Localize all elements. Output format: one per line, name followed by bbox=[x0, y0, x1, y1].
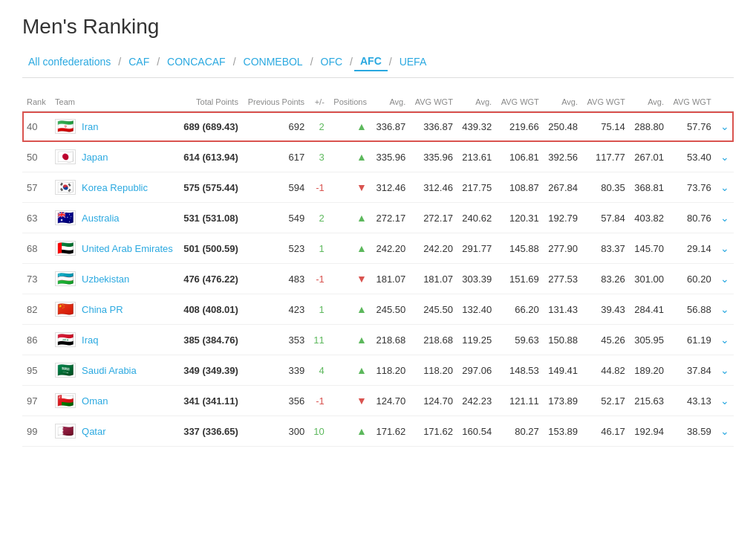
table-row: 82 🇨🇳 China PR 408 (408.01) 423 1 ▲ 245.… bbox=[22, 294, 734, 325]
table-row: 73 🇺🇿 Uzbekistan 476 (476.22) 483 -1 ▼ 1… bbox=[22, 264, 734, 294]
prev-points-cell: 483 bbox=[243, 264, 309, 294]
nav-all-confederations[interactable]: All confederations bbox=[22, 53, 117, 71]
team-cell: 🇨🇳 China PR bbox=[50, 294, 178, 325]
avgwgt2-cell: 108.87 bbox=[496, 172, 544, 203]
rank-cell: 68 bbox=[22, 233, 50, 264]
trend-up-icon: ▲ bbox=[356, 334, 367, 346]
team-cell: 🇯🇵 Japan bbox=[50, 142, 178, 172]
expand-cell[interactable]: ⌄ bbox=[716, 172, 734, 203]
expand-cell[interactable]: ⌄ bbox=[716, 203, 734, 233]
flag-icon: 🇸🇦 bbox=[55, 363, 76, 378]
chevron-down-icon[interactable]: ⌄ bbox=[720, 120, 729, 132]
expand-cell[interactable]: ⌄ bbox=[716, 233, 734, 264]
nav-ofc[interactable]: OFC bbox=[315, 53, 349, 71]
total-points-cell: 575 (575.44) bbox=[178, 172, 243, 203]
team-name-link[interactable]: United Arab Emirates bbox=[82, 243, 173, 254]
prev-points-cell: 594 bbox=[243, 172, 309, 203]
avgwgt3-cell: 75.14 bbox=[582, 111, 630, 142]
nav-concacaf[interactable]: CONCACAF bbox=[161, 53, 232, 71]
avgwgt4-cell: 38.59 bbox=[668, 416, 716, 447]
avg2-cell: 132.40 bbox=[457, 294, 496, 325]
expand-cell[interactable]: ⌄ bbox=[716, 355, 734, 386]
flag-icon: 🇦🇪 bbox=[55, 241, 76, 256]
avg3-cell: 267.84 bbox=[544, 172, 582, 203]
team-name-link[interactable]: Uzbekistan bbox=[82, 274, 129, 285]
rank-cell: 57 bbox=[22, 172, 50, 203]
total-points-cell: 349 (349.39) bbox=[178, 355, 243, 386]
trend-up-icon: ▲ bbox=[356, 151, 367, 163]
chevron-down-icon[interactable]: ⌄ bbox=[720, 181, 729, 193]
avgwgt1-cell: 312.46 bbox=[410, 172, 457, 203]
team-name-link[interactable]: Korea Republic bbox=[82, 182, 148, 193]
chevron-down-icon[interactable]: ⌄ bbox=[720, 425, 729, 437]
avg4-cell: 189.20 bbox=[630, 355, 668, 386]
direction-cell: ▲ bbox=[329, 416, 371, 447]
team-name-link[interactable]: Iran bbox=[82, 121, 98, 132]
expand-cell[interactable]: ⌄ bbox=[716, 111, 734, 142]
nav-afc[interactable]: AFC bbox=[354, 52, 388, 71]
chevron-down-icon[interactable]: ⌄ bbox=[720, 151, 729, 163]
total-points-cell: 476 (476.22) bbox=[178, 264, 243, 294]
change-value-cell: 1 bbox=[309, 233, 329, 264]
team-name-link[interactable]: Qatar bbox=[82, 426, 106, 437]
team-name-link[interactable]: China PR bbox=[82, 304, 123, 315]
expand-cell[interactable]: ⌄ bbox=[716, 386, 734, 416]
avgwgt1-cell: 218.68 bbox=[410, 325, 457, 355]
change-value-cell: 3 bbox=[309, 142, 329, 172]
chevron-down-icon[interactable]: ⌄ bbox=[720, 395, 729, 407]
trend-down-icon: ▼ bbox=[356, 395, 367, 407]
chevron-down-icon[interactable]: ⌄ bbox=[720, 242, 729, 254]
chevron-down-icon[interactable]: ⌄ bbox=[720, 334, 729, 346]
team-cell: 🇦🇺 Australia bbox=[50, 203, 178, 233]
expand-cell[interactable]: ⌄ bbox=[716, 325, 734, 355]
team-cell: 🇸🇦 Saudi Arabia bbox=[50, 355, 178, 386]
team-name-link[interactable]: Saudi Arabia bbox=[82, 365, 137, 376]
total-points-cell: 337 (336.65) bbox=[178, 416, 243, 447]
table-row: 50 🇯🇵 Japan 614 (613.94) 617 3 ▲ 335.96 … bbox=[22, 142, 734, 172]
avg2-cell: 291.77 bbox=[457, 233, 496, 264]
avg2-cell: 119.25 bbox=[457, 325, 496, 355]
avgwgt3-cell: 83.37 bbox=[582, 233, 630, 264]
team-name-link[interactable]: Japan bbox=[82, 152, 108, 163]
nav-sep-5: / bbox=[348, 56, 354, 68]
nav-conmebol[interactable]: CONMEBOL bbox=[238, 53, 309, 71]
avgwgt4-cell: 80.76 bbox=[668, 203, 716, 233]
col-total-points: Total Points bbox=[178, 93, 243, 111]
avg2-cell: 439.32 bbox=[457, 111, 496, 142]
col-avgwgt3: AVG WGT bbox=[582, 93, 630, 111]
expand-cell[interactable]: ⌄ bbox=[716, 264, 734, 294]
flag-icon: 🇯🇵 bbox=[55, 149, 76, 164]
nav-uefa[interactable]: UEFA bbox=[394, 53, 433, 71]
total-points-cell: 408 (408.01) bbox=[178, 294, 243, 325]
expand-cell[interactable]: ⌄ bbox=[716, 142, 734, 172]
change-value-cell: -1 bbox=[309, 264, 329, 294]
avgwgt2-cell: 219.66 bbox=[496, 111, 544, 142]
confederation-nav: All confederations / CAF / CONCACAF / CO… bbox=[22, 52, 734, 78]
team-name-link[interactable]: Oman bbox=[82, 395, 108, 407]
avg1-cell: 272.17 bbox=[371, 203, 410, 233]
col-avg2: Avg. bbox=[457, 93, 496, 111]
nav-caf[interactable]: CAF bbox=[123, 53, 155, 71]
avg1-cell: 245.50 bbox=[371, 294, 410, 325]
chevron-down-icon[interactable]: ⌄ bbox=[720, 303, 729, 315]
avgwgt2-cell: 120.31 bbox=[496, 203, 544, 233]
direction-cell: ▲ bbox=[329, 325, 371, 355]
chevron-down-icon[interactable]: ⌄ bbox=[720, 273, 729, 285]
chevron-down-icon[interactable]: ⌄ bbox=[720, 212, 729, 224]
avgwgt4-cell: 73.76 bbox=[668, 172, 716, 203]
team-name-link[interactable]: Australia bbox=[82, 213, 120, 224]
avg2-cell: 303.39 bbox=[457, 264, 496, 294]
change-value-cell: 1 bbox=[309, 294, 329, 325]
flag-icon: 🇮🇶 bbox=[55, 332, 76, 347]
chevron-down-icon[interactable]: ⌄ bbox=[720, 364, 729, 376]
avg4-cell: 145.70 bbox=[630, 233, 668, 264]
avgwgt2-cell: 106.81 bbox=[496, 142, 544, 172]
avg3-cell: 277.53 bbox=[544, 264, 582, 294]
avgwgt1-cell: 171.62 bbox=[410, 416, 457, 447]
flag-icon: 🇰🇷 bbox=[55, 180, 76, 195]
avgwgt4-cell: 57.76 bbox=[668, 111, 716, 142]
avgwgt1-cell: 242.20 bbox=[410, 233, 457, 264]
expand-cell[interactable]: ⌄ bbox=[716, 416, 734, 447]
expand-cell[interactable]: ⌄ bbox=[716, 294, 734, 325]
team-name-link[interactable]: Iraq bbox=[82, 334, 98, 346]
